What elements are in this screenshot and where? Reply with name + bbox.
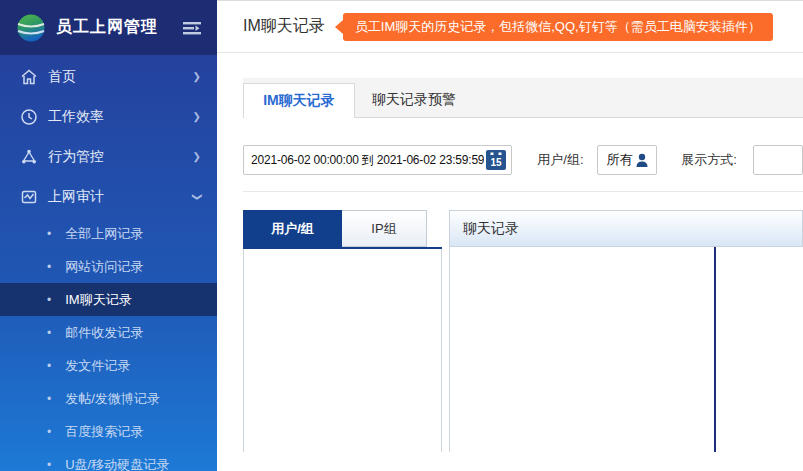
sidebar: 员工上网管理 首页 ❯ [0, 0, 217, 471]
person-icon [634, 152, 650, 168]
tree-tab-user-group[interactable]: 用户/组 [243, 210, 342, 247]
sidebar-item-label: 工作效率 [48, 108, 193, 126]
panel-gap [442, 210, 449, 452]
sidebar-item-home[interactable]: 首页 ❯ [0, 57, 217, 97]
sidebar-subitem-website-visits[interactable]: • 网站访问记录 [0, 250, 217, 283]
display-mode-select[interactable] [753, 145, 803, 175]
sidebar-subitem-label: 网站访问记录 [65, 258, 143, 276]
page-header-banner: 员工IM聊天的历史记录，包括微信,QQ,钉钉等（需员工电脑安装插件） [335, 13, 773, 41]
calendar-icon[interactable]: 15 [486, 150, 506, 170]
sidebar-item-network-audit[interactable]: 上网审计 ❯ [0, 177, 217, 217]
sidebar-subitem-label: U盘/移动硬盘记录 [65, 456, 169, 471]
sidebar-item-behavior-control[interactable]: 行为管控 ❯ [0, 137, 217, 177]
sidebar-subitem-post-weibo-records[interactable]: • 发帖/发微博记录 [0, 382, 217, 415]
tree-tab-ip-group[interactable]: IP组 [342, 210, 427, 247]
bullet-icon: • [47, 326, 51, 340]
bullet-icon: • [47, 359, 51, 373]
user-tree-body[interactable] [243, 249, 442, 452]
chevron-right-icon: ❯ [193, 72, 201, 82]
sidebar-subitem-usb-records[interactable]: • U盘/移动硬盘记录 [0, 448, 217, 471]
chat-records-panel: 聊天记录 [449, 210, 803, 452]
sidebar-header: 员工上网管理 [0, 0, 217, 55]
bullet-icon: • [47, 293, 51, 307]
sidebar-item-work-efficiency[interactable]: 工作效率 ❯ [0, 97, 217, 137]
chat-records-header: 聊天记录 [449, 210, 803, 247]
sidebar-subitem-label: 全部上网记录 [65, 225, 143, 243]
page-header: IM聊天记录 员工IM聊天的历史记录，包括微信,QQ,钉钉等（需员工电脑安装插件… [217, 1, 803, 53]
user-tree-panel: 用户/组 IP组 [243, 210, 442, 452]
sidebar-subitem-all-records[interactable]: • 全部上网记录 [0, 217, 217, 250]
banner-text: 员工IM聊天的历史记录，包括微信,QQ,钉钉等（需员工电脑安装插件） [343, 13, 773, 41]
tab-im-chat-records[interactable]: IM聊天记录 [243, 83, 355, 118]
content-panels: 用户/组 IP组 聊天记录 [243, 210, 803, 452]
sidebar-subitem-label: 百度搜索记录 [65, 423, 143, 441]
home-icon [20, 68, 38, 86]
sidebar-collapse-icon[interactable] [181, 19, 203, 37]
user-group-label: 用户/组: [537, 151, 583, 169]
sidebar-subitem-label: 邮件收发记录 [65, 324, 143, 342]
bullet-icon: • [47, 227, 51, 241]
sidebar-subitem-file-send-records[interactable]: • 发文件记录 [0, 349, 217, 382]
app-window: 员工上网管理 首页 ❯ [0, 0, 803, 471]
banner-pointer-icon [335, 20, 343, 34]
display-mode-label: 展示方式: [681, 151, 737, 169]
chevron-right-icon: ❯ [193, 152, 201, 162]
chevron-right-icon: ❯ [193, 112, 201, 122]
clock-icon [20, 108, 38, 126]
sidebar-item-label: 首页 [48, 68, 193, 86]
chevron-down-icon: ❯ [192, 193, 202, 201]
bullet-icon: • [47, 392, 51, 406]
sidebar-subitem-label: IM聊天记录 [65, 291, 131, 309]
main-content: IM聊天记录 员工IM聊天的历史记录，包括微信,QQ,钉钉等（需员工电脑安装插件… [217, 0, 803, 471]
page-title: IM聊天记录 [243, 16, 325, 37]
date-range-value: 2021-06-02 00:00:00 到 2021-06-02 23:59:5… [251, 152, 484, 169]
column-splitter[interactable] [714, 247, 716, 452]
tree-tabs: 用户/组 IP组 [243, 210, 442, 247]
svg-text:15: 15 [491, 157, 503, 168]
bullet-icon: • [47, 458, 51, 471]
bullet-icon: • [47, 425, 51, 439]
sidebar-nav: 首页 ❯ 工作效率 ❯ 行为管控 [0, 55, 217, 471]
user-group-value: 所有 [607, 151, 635, 169]
sidebar-subitem-baidu-search-records[interactable]: • 百度搜索记录 [0, 415, 217, 448]
sidebar-item-label: 上网审计 [48, 188, 193, 206]
user-group-select[interactable]: 所有 [597, 145, 658, 175]
chat-records-body[interactable] [449, 247, 803, 452]
app-logo-globe-icon [16, 13, 46, 43]
sidebar-item-label: 行为管控 [48, 148, 193, 166]
tab-strip: IM聊天记录 聊天记录预警 [243, 78, 803, 118]
filter-divider [243, 191, 803, 192]
bullet-icon: • [47, 260, 51, 274]
sidebar-subitem-email-records[interactable]: • 邮件收发记录 [0, 316, 217, 349]
network-audit-icon [20, 188, 38, 206]
sidebar-subitem-label: 发文件记录 [65, 357, 130, 375]
sidebar-subitem-label: 发帖/发微博记录 [65, 390, 160, 408]
date-range-input[interactable]: 2021-06-02 00:00:00 到 2021-06-02 23:59:5… [243, 145, 512, 175]
tab-chat-record-alerts[interactable]: 聊天记录预警 [355, 83, 473, 117]
app-title: 员工上网管理 [56, 17, 181, 38]
sidebar-subitem-im-chat-records[interactable]: • IM聊天记录 [0, 283, 217, 316]
behavior-control-icon [20, 148, 38, 166]
filter-row: 2021-06-02 00:00:00 到 2021-06-02 23:59:5… [243, 145, 803, 175]
